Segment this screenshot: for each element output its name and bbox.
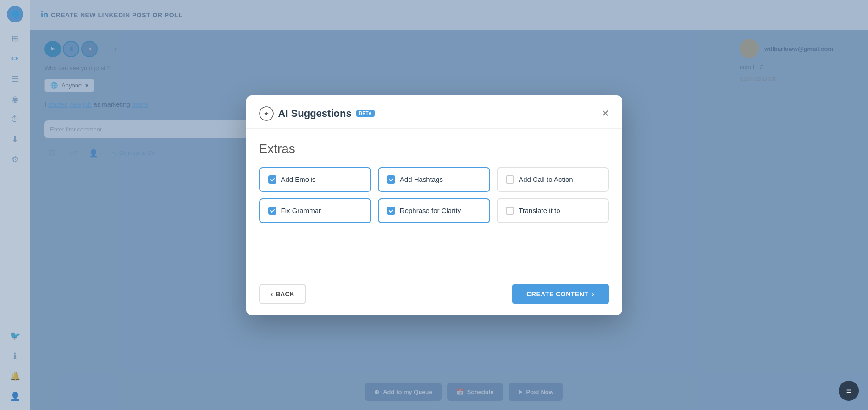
extras-title: Extras — [259, 142, 609, 156]
chevron-left-icon: ‹ — [271, 290, 273, 298]
back-button[interactable]: ‹ BACK — [259, 284, 306, 304]
options-grid: Add Emojis Add Hashtags Add Call to Acti… — [259, 167, 609, 223]
add-emojis-card[interactable]: Add Emojis — [259, 167, 371, 192]
close-button[interactable]: ✕ — [601, 109, 609, 119]
checkmark-icon — [270, 177, 275, 182]
add-call-to-action-checkbox[interactable] — [506, 175, 514, 184]
translate-it-to-checkbox[interactable] — [506, 207, 514, 215]
add-emojis-checkbox[interactable] — [268, 175, 276, 184]
add-hashtags-card[interactable]: Add Hashtags — [378, 167, 490, 192]
add-hashtags-label: Add Hashtags — [400, 175, 443, 183]
add-hashtags-checkbox[interactable] — [387, 175, 395, 184]
modal-overlay: ✦ AI Suggestions BETA ✕ Extras Add Emoji — [0, 0, 868, 410]
fix-grammar-label: Fix Grammar — [281, 207, 321, 214]
translate-it-to-card[interactable]: Translate it to — [497, 198, 609, 223]
rephrase-for-clarity-card[interactable]: Rephrase for Clarity — [378, 198, 490, 223]
modal-header-left: ✦ AI Suggestions BETA — [259, 106, 375, 121]
ai-suggestions-modal: ✦ AI Suggestions BETA ✕ Extras Add Emoji — [246, 95, 622, 315]
svg-text:✦: ✦ — [264, 110, 269, 117]
fix-grammar-checkbox[interactable] — [268, 207, 276, 215]
modal-title: AI Suggestions — [278, 108, 352, 120]
rephrase-for-clarity-checkbox[interactable] — [387, 207, 395, 215]
chevron-right-icon: › — [592, 290, 594, 298]
add-call-to-action-card[interactable]: Add Call to Action — [497, 167, 609, 192]
add-call-to-action-label: Add Call to Action — [519, 175, 573, 183]
gpt-icon: ✦ — [259, 106, 274, 121]
checkmark-icon — [270, 208, 275, 213]
menu-icon: ≡ — [846, 386, 851, 396]
fix-grammar-card[interactable]: Fix Grammar — [259, 198, 371, 223]
translate-it-to-label: Translate it to — [519, 207, 560, 214]
beta-badge: BETA — [356, 110, 375, 117]
create-content-button[interactable]: CREATE CONTENT › — [512, 284, 609, 304]
checkmark-icon — [388, 177, 394, 182]
checkmark-icon — [388, 208, 394, 213]
chat-bubble-button[interactable]: ≡ — [839, 381, 859, 401]
modal-footer: ‹ BACK CREATE CONTENT › — [246, 277, 622, 315]
modal-body: Extras Add Emojis — [246, 129, 622, 277]
add-emojis-label: Add Emojis — [281, 175, 316, 183]
rephrase-for-clarity-label: Rephrase for Clarity — [400, 207, 461, 214]
modal-header: ✦ AI Suggestions BETA ✕ — [246, 95, 622, 129]
